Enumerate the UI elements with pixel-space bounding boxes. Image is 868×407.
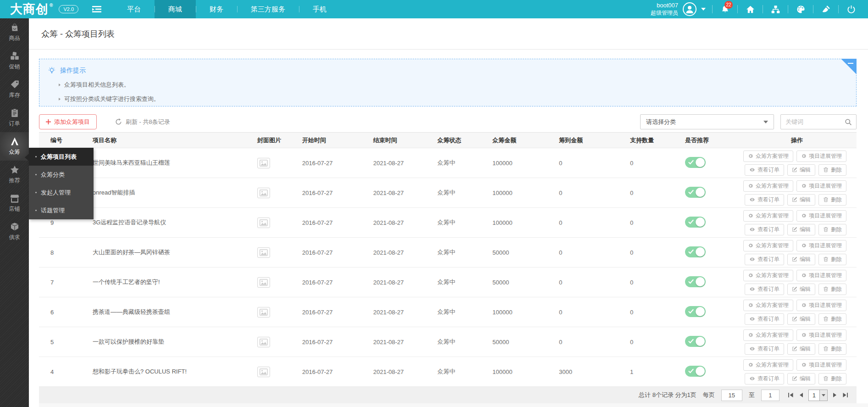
delete-button[interactable]: 删除 [818,224,846,235]
add-crowdfund-button[interactable]: 添加众筹项目 [39,114,97,129]
progress-manage-button[interactable]: 项目进展管理 [796,359,846,371]
recommend-toggle[interactable] [685,276,706,287]
goto-page-input[interactable] [761,390,780,401]
nav-item-thirdparty[interactable]: 第三方服务 [237,0,299,18]
progress-manage-button[interactable]: 项目进展管理 [796,300,846,311]
bell-icon[interactable]: 22 [719,5,731,14]
plan-manage-button[interactable]: 众筹方案管理 [743,151,793,162]
delete-button[interactable]: 删除 [818,313,846,325]
end-date: 2021-08-27 [367,178,431,208]
view-orders-button[interactable]: 查看订单 [745,373,784,385]
nav-item-finance[interactable]: 财务 [196,0,237,18]
keyword-input[interactable] [781,118,840,125]
toggle-knob [696,307,705,316]
tips-collapse-corner[interactable] [841,59,857,74]
view-orders-button[interactable]: 查看订单 [745,254,784,265]
plan-manage-button[interactable]: 众筹方案管理 [743,300,793,311]
plan-manage-button[interactable]: 众筹方案管理 [743,359,793,371]
edit-button[interactable]: 编辑 [787,194,815,206]
view-orders-button[interactable]: 查看订单 [745,224,784,235]
sidebar-item-supply[interactable]: 供求 [0,217,29,246]
delete-button[interactable]: 删除 [818,254,846,265]
plan-manage-button[interactable]: 众筹方案管理 [743,240,793,251]
last-page-icon[interactable] [842,392,848,398]
submenu-item-project-list[interactable]: 众筹项目列表 [29,148,94,166]
plan-manage-button[interactable]: 众筹方案管理 [743,210,793,222]
recommend-toggle[interactable] [685,187,706,198]
sidebar-item-goods[interactable]: 商品 [0,18,29,47]
edit-button[interactable]: 编辑 [787,373,815,385]
sidebar-item-shop[interactable]: 店铺 [0,189,29,217]
edit-button[interactable]: 编辑 [787,284,815,295]
recommend-toggle[interactable] [685,157,706,168]
first-page-icon[interactable] [788,392,794,398]
plan-manage-button[interactable]: 众筹方案管理 [743,270,793,281]
next-page-icon[interactable] [833,392,837,398]
recommend-toggle[interactable] [685,306,706,317]
palette-icon[interactable] [795,5,807,14]
submenu-item-initiators[interactable]: 发起人管理 [29,184,94,201]
category-select[interactable]: 请选择分类 [640,114,774,129]
progress-manage-button[interactable]: 项目进展管理 [796,329,846,341]
start-date: 2016-07-27 [296,357,367,387]
per-page-input[interactable] [721,390,742,401]
view-orders-button[interactable]: 查看订单 [745,284,784,295]
page-number-select[interactable]: 1 [808,390,828,401]
delete-button[interactable]: 删除 [818,343,846,355]
submenu-item-categories[interactable]: 众筹分类 [29,166,94,184]
delete-button[interactable]: 删除 [818,164,846,176]
recommend-toggle[interactable] [685,217,706,228]
menu-toggle-icon[interactable] [78,0,113,18]
refresh-button[interactable]: 刷新 - 共8条记录 [115,118,170,126]
power-icon[interactable] [845,5,857,14]
progress-manage-button[interactable]: 项目进展管理 [796,270,846,281]
submenu-item-topics[interactable]: 话题管理 [29,201,94,219]
view-orders-button[interactable]: 查看订单 [745,343,784,355]
toggle-knob [696,367,705,376]
edit-button[interactable]: 编辑 [787,254,815,265]
progress-manage-button[interactable]: 项目进展管理 [796,151,846,162]
crowdfund-submenu: 众筹项目列表 众筹分类 发起人管理 话题管理 [29,148,94,219]
prev-page-icon[interactable] [799,392,803,398]
col-header-name: 项目名称 [93,133,250,148]
delete-button[interactable]: 删除 [818,373,846,385]
recommend-toggle[interactable] [685,366,706,377]
plan-manage-button[interactable]: 众筹方案管理 [743,329,793,341]
search-icon[interactable] [840,115,856,129]
view-orders-button[interactable]: 查看订单 [745,313,784,325]
project-name: 一个传统手工艺者的坚守! [93,268,250,297]
edit-button[interactable]: 编辑 [787,164,815,176]
trash-icon [823,256,829,262]
progress-manage-button[interactable]: 项目进展管理 [796,210,846,222]
delete-button[interactable]: 删除 [818,284,846,295]
sidebar-item-orders[interactable]: 订单 [0,104,29,132]
view-orders-button[interactable]: 查看订单 [745,164,784,176]
tips-line: 可按照分类或关键字进行搜索查询。 [59,95,848,103]
supporter-count: 0 [624,297,679,327]
table-row: 9 3G远程监控语音记录导航仪 2016-07-27 2021-08-27 众筹… [39,208,857,238]
broom-icon[interactable] [820,5,832,14]
user-dropdown-caret-icon[interactable] [701,8,706,11]
logo[interactable]: 大商创® V2.0 [0,0,78,18]
sidebar-item-stock[interactable]: 库存 [0,75,29,104]
progress-manage-button[interactable]: 项目进展管理 [796,240,846,251]
avatar[interactable] [683,2,697,16]
progress-manage-button[interactable]: 项目进展管理 [796,180,846,192]
sidebar-item-recommend[interactable]: 推荐 [0,161,29,189]
sitemap-icon[interactable] [769,5,781,14]
nav-item-mobile[interactable]: 手机 [299,0,340,18]
project-name: 携茶道——典藏级轻携茶壶组 [93,297,250,327]
plan-manage-button[interactable]: 众筹方案管理 [743,180,793,192]
nav-item-mall[interactable]: 商城 [155,0,196,18]
view-orders-button[interactable]: 查看订单 [745,194,784,206]
delete-button[interactable]: 删除 [818,194,846,206]
recommend-toggle[interactable] [685,246,706,257]
home-icon[interactable] [744,5,756,14]
edit-button[interactable]: 编辑 [787,343,815,355]
nav-item-platform[interactable]: 平台 [113,0,155,18]
edit-button[interactable]: 编辑 [787,224,815,235]
recommend-toggle[interactable] [685,336,706,347]
goal-amount: 100000 [486,178,553,208]
sidebar-item-promotion[interactable]: 促销 [0,47,29,75]
edit-button[interactable]: 编辑 [787,313,815,325]
